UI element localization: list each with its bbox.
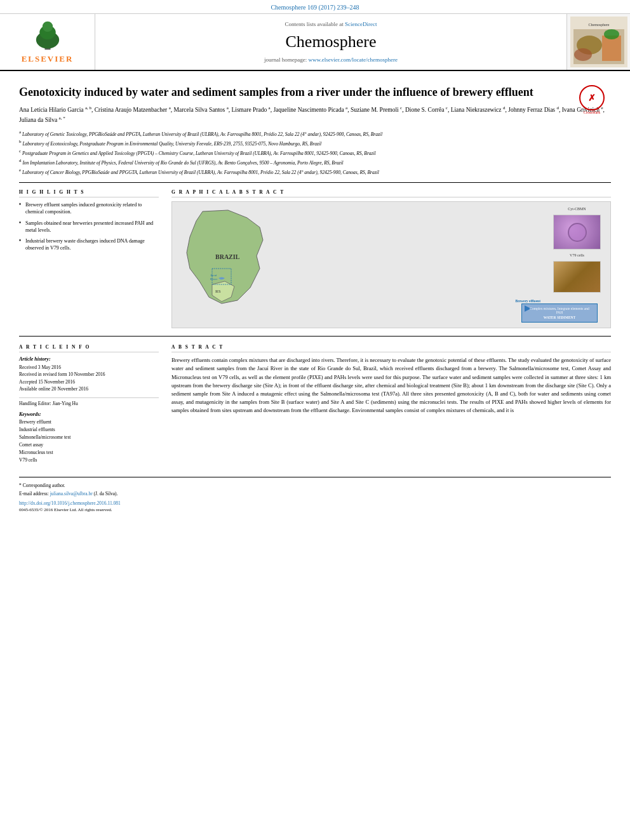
authors-line: Ana Letícia Hilario Garcia a, b, Cristin… — [19, 105, 611, 124]
copyright-line: 0045-6535/© 2016 Elsevier Ltd. All right… — [19, 507, 611, 512]
cell-image — [553, 215, 601, 250]
highlights-graphical-section: H I G H L I G H T S Brewery effluent sam… — [19, 189, 611, 328]
keyword-1: Brewery effluent — [19, 418, 159, 426]
cover-image-svg: Chemosphere — [570, 17, 627, 67]
keywords-heading: Keywords: — [19, 411, 159, 417]
svg-point-10 — [574, 48, 592, 61]
water-sediment-label: WATER SEDIMENT — [527, 316, 592, 319]
affil-b: b Laboratory of Ecotoxicology, Postgradu… — [19, 139, 611, 147]
section-divider — [19, 336, 611, 337]
history-heading: Article history: — [19, 356, 159, 362]
elsevier-logo-panel: ELSEVIER — [0, 14, 95, 70]
brazil-map-svg: BRAZIL RS Jacuí River — [177, 205, 272, 307]
svg-text:Jacuí: Jacuí — [210, 274, 217, 277]
keywords-section: Keywords: Brewery effluent Industrial ef… — [19, 411, 159, 464]
svg-text:BRAZIL: BRAZIL — [215, 253, 240, 260]
highlights-list: Brewery effluent samples induced genotox… — [19, 201, 159, 251]
abstract-text: Brewery effluents contain complex mixtur… — [171, 356, 611, 415]
affil-a: a Laboratory of Genetic Toxicology, PPGB… — [19, 130, 611, 138]
handling-editor-name: Jian-Ying Hu — [53, 401, 78, 406]
cover-image-placeholder: Chemosphere — [570, 17, 627, 67]
elsevier-logo: ELSEVIER — [22, 20, 74, 64]
info-abstract-section: A R T I C L E I N F O Article history: R… — [19, 344, 611, 464]
affil-e: e Laboratory of Cancer Biology, PPGBioSa… — [19, 168, 611, 176]
highlight-item-2: Samples obtained near breweries presente… — [19, 220, 159, 234]
ga-right-panels: Cyt-CBMN V79 cells — [553, 207, 601, 293]
sediment-image — [553, 261, 601, 293]
crossmark-label: CrossMark — [573, 110, 611, 114]
received-revised-label: Received in revised form 10 November 201… — [19, 371, 159, 378]
crossmark-icon: ✗ — [579, 85, 605, 110]
title-area: Genotoxicity induced by water and sedime… — [19, 85, 611, 100]
article-title: Genotoxicity induced by water and sedime… — [19, 85, 611, 100]
email-suffix: (J. da Silva). — [94, 491, 118, 497]
complex-mixtures-text: Complex mixtures, Integrate elements and… — [527, 307, 592, 314]
graphical-abstract-image: BRAZIL RS Jacuí River Cyt-CBMN — [171, 201, 611, 328]
email-line: E-mail address: juliana.silva@ulbra.br (… — [19, 491, 611, 497]
journal-cover-image: Chemosphere — [566, 14, 630, 70]
elsevier-wordmark: ELSEVIER — [22, 54, 74, 64]
highlights-panel: H I G H L I G H T S Brewery effluent sam… — [19, 189, 159, 328]
journal-title-panel: Contents lists available at ScienceDirec… — [95, 14, 566, 70]
highlight-item-3: Industrial brewery waste discharges indu… — [19, 237, 159, 251]
brewery-effluent-label: Brewery effluent — [516, 299, 540, 303]
article-info-heading: A R T I C L E I N F O — [19, 344, 159, 352]
doi-link[interactable]: http://dx.doi.org/10.1016/j.chemosphere.… — [19, 500, 121, 506]
keyword-2: Industrial effluents — [19, 426, 159, 434]
main-content: Genotoxicity induced by water and sedime… — [0, 71, 630, 520]
graphical-abstract-panel: G R A P H I C A L A B S T R A C T BRAZIL… — [171, 189, 611, 328]
contents-line: Contents lists available at ScienceDirec… — [285, 21, 377, 27]
corresponding-note: * Corresponding author. — [19, 483, 611, 488]
svg-point-9 — [604, 29, 619, 39]
graphical-abstract-heading: G R A P H I C A L A B S T R A C T — [171, 189, 611, 197]
article-history: Article history: Received 3 May 2016 Rec… — [19, 356, 159, 392]
abstract-heading: A B S T R A C T — [171, 344, 611, 352]
journal-homepage: journal homepage: www.elsevier.com/locat… — [264, 57, 398, 63]
abstract-panel: A B S T R A C T Brewery effluents contai… — [171, 344, 611, 464]
sciencedirect-link[interactable]: ScienceDirect — [345, 21, 377, 27]
v79-cells-label: V79 cells — [570, 253, 584, 257]
affil-d: d Ion Implantation Laboratory, Institute… — [19, 158, 611, 166]
email-label: E-mail address: — [19, 491, 49, 497]
journal-header: ELSEVIER Contents lists available at Sci… — [0, 14, 630, 71]
received-date: Received 3 May 2016 — [19, 364, 159, 371]
affiliations-section: a Laboratory of Genetic Toxicology, PPGB… — [19, 130, 611, 183]
doi-line: http://dx.doi.org/10.1016/j.chemosphere.… — [19, 500, 611, 506]
handling-editor-label: Handling Editor: — [19, 401, 51, 406]
email-link[interactable]: juliana.silva@ulbra.br — [50, 491, 93, 497]
footer-section: * Corresponding author. E-mail address: … — [19, 477, 611, 512]
affil-c: c Postgraduate Program in Genetics and A… — [19, 149, 611, 157]
water-sediment-box: Complex mixtures, Integrate elements and… — [521, 303, 598, 323]
elsevier-tree-icon — [25, 20, 70, 51]
keyword-6: V79 cells — [19, 457, 159, 464]
keyword-3: Salmonella/microsome test — [19, 434, 159, 441]
crossmark-badge[interactable]: ✗ CrossMark — [573, 85, 611, 114]
available-date: Available online 20 November 2016 — [19, 385, 159, 392]
journal-title: Chemosphere — [286, 32, 377, 51]
keyword-5: Micronucleus test — [19, 449, 159, 457]
highlights-heading: H I G H L I G H T S — [19, 189, 159, 197]
accepted-date: Accepted 15 November 2016 — [19, 378, 159, 385]
svg-text:RS: RS — [215, 289, 221, 294]
handling-editor-section: Handling Editor: Jian-Ying Hu — [19, 397, 159, 406]
cyt-cbmn-label: Cyt-CBMN — [568, 207, 586, 211]
svg-text:Chemosphere: Chemosphere — [588, 23, 609, 27]
svg-text:River: River — [210, 277, 217, 281]
homepage-link[interactable]: www.elsevier.com/locate/chemosphere — [309, 57, 398, 63]
journal-reference: Chemosphere 169 (2017) 239–248 — [0, 0, 630, 14]
highlight-item-1: Brewery effluent samples induced genotox… — [19, 201, 159, 215]
svg-point-3 — [42, 22, 52, 32]
keyword-4: Comet assay — [19, 441, 159, 449]
article-info-panel: A R T I C L E I N F O Article history: R… — [19, 344, 159, 464]
